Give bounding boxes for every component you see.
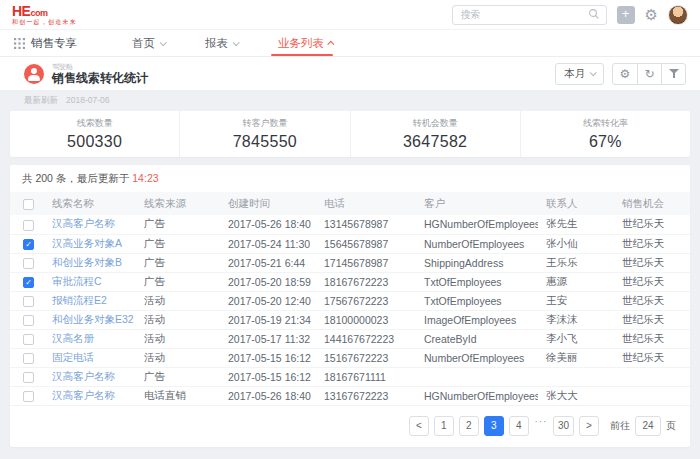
cell-phone: 18100000023 xyxy=(316,310,416,329)
cell-customer: HGNumberOfEmployees xyxy=(416,215,538,234)
goto-page-input[interactable]: 24 xyxy=(635,416,661,436)
page-button-4[interactable]: 4 xyxy=(509,416,529,436)
cell-customer: TxtOfEmployees xyxy=(416,272,538,291)
brand-logo: HEcom 和创一起，创造未来 xyxy=(12,4,77,25)
col-header-source: 线索来源 xyxy=(136,192,220,215)
tab-reports[interactable]: 报表 xyxy=(202,30,241,56)
page-button-3[interactable]: 3 xyxy=(484,416,504,436)
chevron-up-icon xyxy=(327,40,334,47)
row-checkbox[interactable] xyxy=(23,334,34,345)
goto-unit: 页 xyxy=(666,419,676,433)
cell-created: 2017-05-20 18:59 xyxy=(220,272,316,291)
refresh-button[interactable]: ↻ xyxy=(637,64,661,84)
workspace-label: 销售专享 xyxy=(31,36,77,51)
cell-phone: 17567672223 xyxy=(316,291,416,310)
col-header-phone: 电话 xyxy=(316,192,416,215)
row-checkbox[interactable] xyxy=(23,315,34,326)
prev-page-button[interactable]: < xyxy=(409,416,429,436)
row-checkbox[interactable] xyxy=(23,353,34,364)
table-row: 和创业务对象E32 活动 2017-05-19 21:34 1810000002… xyxy=(10,310,690,329)
row-checkbox[interactable] xyxy=(23,391,34,402)
stats-bar: 线索数量 500330 转客户数量 7845550 转机会数量 3647582 … xyxy=(10,111,690,157)
cell-created: 2017-05-26 18:40 xyxy=(220,215,316,234)
cell-name[interactable]: 和创业务对象E32 xyxy=(44,310,136,329)
cell-opportunity: 世纪乐天 xyxy=(614,329,690,348)
cell-created: 2017-05-15 16:12 xyxy=(220,348,316,367)
page-button-2[interactable]: 2 xyxy=(459,416,479,436)
page-button-30[interactable]: 30 xyxy=(553,416,574,436)
cell-source: 活动 xyxy=(136,310,220,329)
user-avatar[interactable] xyxy=(668,5,688,25)
cell-source: 广告 xyxy=(136,215,220,234)
cell-source: 活动 xyxy=(136,329,220,348)
add-button[interactable]: + xyxy=(617,6,635,24)
stat-leads: 线索数量 500330 xyxy=(10,111,179,157)
cell-name[interactable]: 报销流程E2 xyxy=(44,291,136,310)
workspace-switcher[interactable]: 销售专享 xyxy=(14,30,77,56)
cell-contact: 徐美丽 xyxy=(538,348,614,367)
table-row: ✓ 汉高业务对象A 广告 2017-05-24 11:30 1564567898… xyxy=(10,234,690,253)
col-header-name: 线索名称 xyxy=(44,192,136,215)
page-button-1[interactable]: 1 xyxy=(434,416,454,436)
select-all-checkbox[interactable] xyxy=(23,199,34,210)
cell-name[interactable]: 汉高客户名称 xyxy=(44,386,136,405)
cell-customer: CreateById xyxy=(416,329,538,348)
cell-customer: HGNumberOfEmployees xyxy=(416,386,538,405)
goto-label: 前往 xyxy=(610,419,630,433)
row-checkbox[interactable] xyxy=(23,220,34,231)
col-header-created: 创建时间 xyxy=(220,192,316,215)
row-checkbox[interactable] xyxy=(23,258,34,269)
period-dropdown[interactable]: 本月 xyxy=(555,63,604,85)
cell-phone: 13167672223 xyxy=(316,386,416,405)
cell-customer: ShippingAddress xyxy=(416,253,538,272)
page-title: 销售线索转化统计 xyxy=(52,72,148,84)
cell-customer: NumberOfEmployees xyxy=(416,348,538,367)
leads-table-card: 共 200 条，最后更新于 14:23 线索名称 线索来源 创建时间 电话 客户… xyxy=(10,165,690,447)
table-summary: 共 200 条，最后更新于 14:23 xyxy=(10,165,690,192)
cell-contact: 张大大 xyxy=(538,386,614,405)
col-header-contact: 联系人 xyxy=(538,192,614,215)
cell-name[interactable]: 汉高客户名称 xyxy=(44,215,136,234)
cell-phone: 17145678987 xyxy=(316,253,416,272)
cell-phone: 144167672223 xyxy=(316,329,416,348)
cell-name[interactable]: 审批流程C xyxy=(44,272,136,291)
refresh-label: 最新刷新 xyxy=(24,95,58,107)
filter-button[interactable] xyxy=(661,64,685,84)
settings-button[interactable]: ⚙ xyxy=(613,64,637,84)
gear-icon[interactable]: ⚙ xyxy=(645,7,658,22)
chevron-down-icon xyxy=(233,39,240,46)
row-checkbox[interactable] xyxy=(23,372,34,383)
cell-customer: NumberOfEmployees xyxy=(416,234,538,253)
cell-name[interactable]: 汉高名册 xyxy=(44,329,136,348)
cell-source: 活动 xyxy=(136,291,220,310)
cell-name[interactable]: 汉高业务对象A xyxy=(44,234,136,253)
next-page-button[interactable]: > xyxy=(579,416,599,436)
cell-contact: 张小仙 xyxy=(538,234,614,253)
global-search xyxy=(452,4,607,25)
cell-opportunity: 世纪乐天 xyxy=(614,310,690,329)
tab-business-list[interactable]: 业务列表 xyxy=(275,30,337,56)
logo-text: HE xyxy=(12,3,30,19)
tab-home[interactable]: 首页 xyxy=(129,30,168,56)
row-checkbox[interactable] xyxy=(23,296,34,307)
cell-opportunity: 世纪乐天 xyxy=(614,291,690,310)
stat-converted-opportunities: 转机会数量 3647582 xyxy=(350,111,520,157)
cell-phone: 15167672223 xyxy=(316,348,416,367)
cell-source: 活动 xyxy=(136,348,220,367)
logo-sub-text: com xyxy=(30,8,47,18)
cell-contact: 张先生 xyxy=(538,215,614,234)
row-checkbox[interactable]: ✓ xyxy=(23,277,34,288)
cell-source: 广告 xyxy=(136,234,220,253)
cell-name[interactable]: 固定电话 xyxy=(44,348,136,367)
cell-name[interactable]: 汉高客户名称 xyxy=(44,367,136,386)
main-nav: 销售专享 首页 报表 业务列表 xyxy=(0,30,700,57)
cell-name[interactable]: 和创业务对象B xyxy=(44,253,136,272)
cell-opportunity xyxy=(614,367,690,386)
search-input[interactable] xyxy=(452,5,607,25)
refresh-icon: ↻ xyxy=(644,67,654,81)
chevron-down-icon xyxy=(590,69,597,76)
row-checkbox[interactable]: ✓ xyxy=(23,239,34,250)
table-row: 固定电话 活动 2017-05-15 16:12 15167672223 Num… xyxy=(10,348,690,367)
plus-icon: + xyxy=(622,6,630,21)
refresh-date: 2018-07-06 xyxy=(66,95,109,107)
